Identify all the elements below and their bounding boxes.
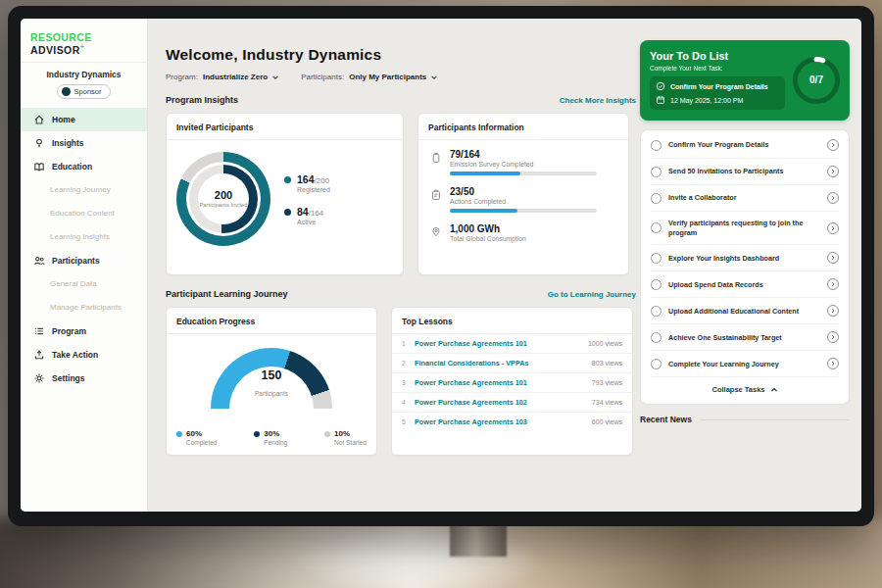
recent-news-title: Recent News (640, 415, 692, 424)
sponsor-avatar-icon (62, 87, 71, 96)
program-insights-header: Program Insights Check More Insights→ (166, 95, 648, 105)
task-checkbox[interactable] (651, 167, 662, 177)
card-title: Invited Participants (167, 114, 403, 140)
sidebar-item-learning-journey[interactable]: Learning Journey (21, 178, 147, 202)
lesson-views: 600 views (592, 418, 622, 425)
org-name: Industry Dynamics (21, 70, 147, 79)
sidebar-item-manage-participants[interactable]: Manage Participants (21, 296, 147, 319)
logo-text-secondary: ADVISOR (30, 44, 80, 56)
check-circle-icon (656, 81, 665, 91)
next-task-due: 12 May 2025, 12:00 PM (670, 97, 743, 104)
todo-progress-ring: 0/7 (793, 57, 840, 104)
task-row[interactable]: Verify participants requesting to join t… (651, 212, 839, 245)
lesson-views: 793 views (592, 379, 622, 386)
lesson-link[interactable]: Power Purchase Agreements 101 (415, 378, 585, 387)
chevron-right-icon[interactable] (827, 222, 839, 234)
task-checkbox[interactable] (651, 253, 662, 264)
sidebar-item-education-content[interactable]: Education Content (21, 202, 147, 225)
sidebar-item-insights[interactable]: Insights (21, 131, 147, 155)
task-row[interactable]: Complete Your Learning Journey (651, 351, 839, 377)
task-row[interactable]: Explore Your Insights Dashboard (651, 245, 839, 271)
sidebar: RESOURCE ADVISOR+ Industry Dynamics Spon… (21, 19, 148, 512)
chevron-right-icon[interactable] (827, 166, 839, 177)
sidebar-item-participants[interactable]: Participants (21, 249, 147, 272)
task-checkbox[interactable] (651, 222, 662, 233)
participants-select-value: Only My Participants (349, 73, 426, 81)
sidebar-item-label: Settings (52, 373, 85, 383)
lesson-row: 5 Power Purchase Agreements 103 600 view… (392, 413, 632, 431)
top-lessons-card: Top Lessons 1 Power Purchase Agreements … (391, 307, 633, 456)
sidebar-item-label: Take Action (52, 350, 98, 360)
filter-bar: Program: Industrialize Zero Participants… (166, 73, 648, 81)
next-task-box: Confirm Your Program Details 12 May 2025… (650, 76, 785, 110)
gauge-legend: 60% Completed 30% Pending 10% Not Starte… (176, 429, 367, 446)
go-to-learning-journey-link[interactable]: Go to Learning Journey→ (548, 290, 648, 299)
chevron-right-icon[interactable] (827, 331, 839, 343)
stat-global-consumption: 1,000 GWh Total Global Consumption (430, 223, 616, 242)
chevron-right-icon[interactable] (827, 192, 839, 204)
lesson-link[interactable]: Financial Considerations - VPPAs (415, 359, 585, 368)
sponsor-badge[interactable]: Sponsor (57, 84, 112, 99)
sidebar-item-label: Home (52, 115, 75, 124)
chevron-down-icon (430, 74, 438, 81)
sidebar-item-settings[interactable]: Settings (21, 367, 147, 390)
chevron-right-icon[interactable] (827, 358, 839, 369)
collapse-tasks-button[interactable]: Collapse Tasks (651, 377, 839, 402)
education-progress-card: Education Progress 150 Participants 60% (166, 307, 377, 456)
calendar-icon (656, 95, 665, 105)
sidebar-item-general-data[interactable]: General Data (21, 272, 147, 296)
chevron-right-icon[interactable] (827, 305, 839, 317)
program-select[interactable]: Industrialize Zero (203, 73, 279, 81)
task-checkbox[interactable] (651, 279, 662, 290)
task-row[interactable]: Upload Spend Data Records (651, 271, 839, 298)
lesson-link[interactable]: Power Purchase Agreements 101 (415, 339, 581, 348)
task-checkbox[interactable] (651, 332, 662, 343)
participants-filter: Participants: Only My Participants (301, 73, 438, 81)
lesson-row: 3 Power Purchase Agreements 101 793 view… (392, 373, 632, 393)
task-checkbox[interactable] (651, 193, 662, 204)
sidebar-item-education[interactable]: Education (21, 155, 147, 178)
task-checkbox[interactable] (651, 140, 662, 151)
chevron-right-icon[interactable] (827, 139, 839, 151)
sidebar-item-home[interactable]: Home (21, 108, 147, 131)
chevron-right-icon[interactable] (827, 278, 839, 290)
participants-select[interactable]: Only My Participants (349, 73, 438, 81)
lesson-link[interactable]: Power Purchase Agreements 102 (415, 398, 585, 407)
program-filter-label: Program: (166, 73, 198, 81)
todo-summary-card: Your To Do List Complete Your Next Task:… (640, 40, 850, 121)
task-row[interactable]: Confirm Your Program Details (651, 132, 839, 159)
gauge-center: 150 Participants (167, 368, 376, 400)
sidebar-item-label: Learning Journey (50, 185, 111, 194)
task-row[interactable]: Invite a Collaborator (651, 185, 839, 212)
sidebar-nav: Home Insights Education Learning Journey… (21, 108, 147, 390)
next-task-label: Confirm Your Program Details (670, 83, 768, 90)
monitor-stand-base (289, 527, 549, 588)
insights-icon (33, 137, 45, 149)
lesson-views: 803 views (592, 360, 622, 367)
sidebar-item-learning-insights[interactable]: Learning Insights (21, 225, 147, 249)
sidebar-item-label: Program (52, 326, 86, 336)
actions-completed-progressbar (450, 209, 597, 213)
task-row[interactable]: Achieve One Sustainability Target (651, 324, 839, 351)
lesson-views: 734 views (592, 399, 622, 406)
task-row[interactable]: Upload Additional Educational Content (651, 298, 839, 324)
pin-icon (430, 224, 442, 236)
take-action-icon (33, 349, 45, 361)
legend-item-not-started: 10% Not Started (324, 429, 367, 446)
check-more-insights-link[interactable]: Check More Insights→ (560, 96, 648, 105)
chevron-down-icon (271, 74, 279, 81)
task-row[interactable]: Send 50 Invitations to Participants (651, 159, 839, 185)
lesson-row: 2 Financial Considerations - VPPAs 803 v… (392, 354, 632, 373)
learning-journey-header: Participant Learning Journey Go to Learn… (166, 289, 648, 299)
lesson-link[interactable]: Power Purchase Agreements 103 (415, 417, 585, 426)
legend-dot (254, 431, 260, 437)
sidebar-item-take-action[interactable]: Take Action (21, 343, 147, 367)
app-logo: RESOURCE ADVISOR+ (21, 19, 147, 63)
task-checkbox[interactable] (651, 359, 662, 369)
donut-center-label: Participants Invited (200, 202, 248, 209)
chevron-right-icon[interactable] (827, 252, 839, 264)
sidebar-item-label: Manage Participants (50, 303, 122, 312)
sidebar-item-program[interactable]: Program (21, 319, 147, 343)
task-checkbox[interactable] (651, 306, 662, 317)
donut-legend: 164/200 Registered 84/164 Active (284, 173, 330, 225)
